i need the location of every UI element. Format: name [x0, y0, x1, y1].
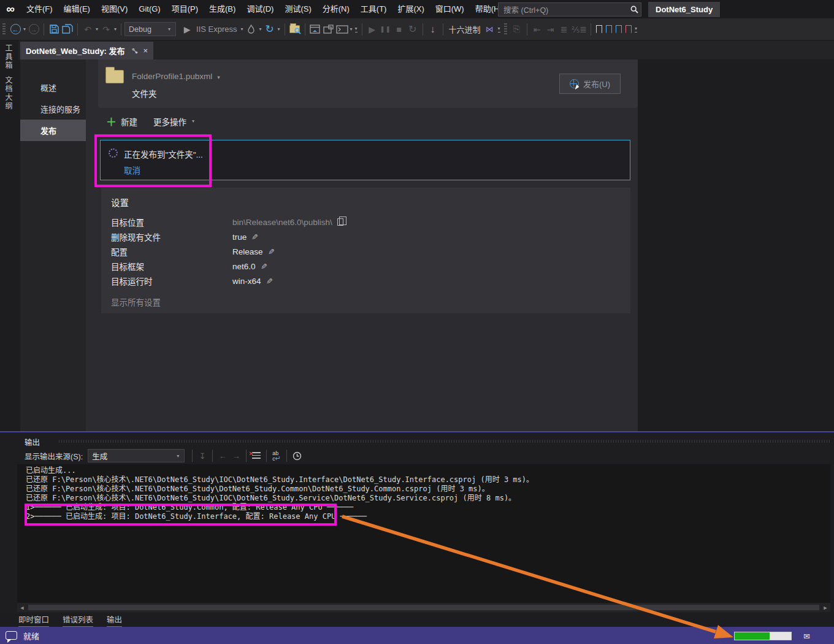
- hot-reload-dropdown-icon[interactable]: ▾: [259, 26, 262, 32]
- hot-reload-icon[interactable]: [245, 22, 258, 37]
- undo-dropdown-icon[interactable]: ▾: [96, 26, 98, 32]
- run-target-dropdown-icon[interactable]: ▾: [241, 26, 243, 32]
- back-dropdown-icon[interactable]: ▾: [23, 26, 26, 32]
- menu-extensions[interactable]: 扩展(X): [392, 0, 429, 18]
- nav-publish[interactable]: 发布: [20, 120, 86, 141]
- menu-tools[interactable]: 工具(T): [355, 0, 392, 18]
- pause-icon[interactable]: ❚❚: [380, 22, 392, 37]
- navigate-forward-icon[interactable]: →: [28, 22, 40, 37]
- solution-config-dropdown[interactable]: Debug▾: [124, 22, 176, 36]
- menu-test[interactable]: 测试(S): [279, 0, 316, 18]
- new-profile-button[interactable]: ＋ 新建: [106, 113, 137, 129]
- menu-build[interactable]: 生成(B): [204, 0, 241, 18]
- paste-icon[interactable]: ⎘: [511, 22, 523, 37]
- feedback-bubble-icon[interactable]: [6, 631, 17, 640]
- menu-analyze[interactable]: 分析(N): [317, 0, 355, 18]
- run-target-label[interactable]: IIS Express: [196, 25, 237, 34]
- bottom-tool-tabs: 即时窗口 错误列表 输出: [18, 613, 122, 627]
- continue-icon[interactable]: ▶: [366, 22, 378, 37]
- clear-output-icon[interactable]: [250, 449, 263, 462]
- comment-icon[interactable]: ≣: [558, 22, 570, 37]
- hex-display-toggle[interactable]: 十六进制: [449, 23, 481, 35]
- uncomment-icon[interactable]: ⅖≣: [572, 22, 587, 37]
- search-input[interactable]: 搜索 (Ctrl+Q): [498, 2, 641, 17]
- stop-icon[interactable]: ■: [393, 22, 405, 37]
- menu-debug[interactable]: 调试(D): [241, 0, 279, 18]
- publish-button[interactable]: 发布(U): [559, 74, 621, 94]
- refresh-icon[interactable]: ↻: [264, 22, 276, 37]
- setting-row-target-location: 目标位置 bin\Release\net6.0\publish\: [111, 216, 620, 228]
- document-outline-vertical-tab[interactable]: 文档大纲: [3, 76, 13, 110]
- toggle-bookmark-icon[interactable]: [596, 25, 602, 33]
- navigate-back-icon[interactable]: ←: [9, 22, 21, 37]
- search-icon[interactable]: [627, 3, 641, 16]
- output-log[interactable]: 已启动生成... 已还原 F:\Person\核心技术\.NET6\DotNet…: [17, 464, 830, 603]
- edit-icon[interactable]: ✎: [268, 247, 275, 256]
- goto-message-icon[interactable]: ↧: [196, 449, 209, 462]
- title-bar: ∞ 文件(F) 编辑(E) 视图(V) Git(G) 项目(P) 生成(B) 调…: [0, 0, 834, 18]
- publish-page: 概述 连接的服务 发布 FolderProfile1.pubxml▾ 文件夹 发…: [18, 59, 834, 432]
- redo-dropdown-icon[interactable]: ▾: [114, 26, 117, 32]
- menu-window[interactable]: 窗口(W): [430, 0, 470, 18]
- menu-git[interactable]: Git(G): [133, 0, 166, 18]
- save-all-icon[interactable]: [61, 22, 74, 37]
- terminal-dropdown-icon[interactable]: ▾: [350, 26, 353, 32]
- redo-icon[interactable]: ↷: [100, 22, 112, 37]
- next-bookmark-icon[interactable]: [616, 25, 622, 33]
- nav-overview[interactable]: 概述: [20, 77, 86, 98]
- menu-project[interactable]: 项目(P): [166, 0, 204, 18]
- menu-edit[interactable]: 编辑(E): [58, 0, 96, 18]
- undo-icon[interactable]: ↶: [82, 22, 94, 37]
- nav-connected-services[interactable]: 连接的服务: [20, 98, 86, 120]
- panel-drag-handle[interactable]: [59, 440, 830, 443]
- output-source-dropdown[interactable]: 生成▾: [88, 449, 185, 462]
- pin-icon[interactable]: ⊶: [129, 45, 140, 56]
- cancel-link[interactable]: 取消: [124, 164, 140, 176]
- scroll-right-icon[interactable]: ►: [821, 605, 830, 611]
- step-into-icon[interactable]: ↓: [427, 22, 439, 37]
- tab-output[interactable]: 输出: [107, 613, 122, 627]
- tab-immediate-window[interactable]: 即时窗口: [18, 613, 49, 627]
- edit-icon[interactable]: ✎: [261, 262, 267, 271]
- find-in-solution-explorer-icon[interactable]: [289, 22, 301, 37]
- edit-icon[interactable]: ✎: [266, 277, 273, 286]
- start-debug-icon[interactable]: ▶: [181, 22, 193, 37]
- tab-error-list[interactable]: 错误列表: [63, 613, 93, 627]
- folder-icon: [105, 70, 124, 83]
- word-wrap-icon[interactable]: abc↵: [270, 449, 283, 462]
- next-message-icon[interactable]: →: [229, 449, 243, 462]
- toolbar-grip[interactable]: [2, 23, 6, 36]
- scroll-left-icon[interactable]: ◄: [17, 605, 27, 611]
- output-horizontal-scrollbar[interactable]: ◄ ►: [17, 603, 830, 612]
- copy-icon[interactable]: [337, 218, 343, 226]
- menu-view[interactable]: 视图(V): [96, 0, 133, 18]
- increase-indent-icon[interactable]: ⇥: [545, 22, 557, 37]
- debug-overflow-icon[interactable]: ▾: [498, 26, 500, 33]
- prev-message-icon[interactable]: ←: [216, 449, 229, 462]
- send-feedback-icon[interactable]: ✉: [803, 632, 810, 641]
- terminal-icon[interactable]: [336, 22, 348, 37]
- edit-icon[interactable]: ✎: [251, 232, 258, 242]
- left-tool-strip: 工具箱 文档大纲: [0, 40, 18, 432]
- close-icon[interactable]: ×: [143, 46, 148, 55]
- new-window-icon[interactable]: [323, 22, 335, 37]
- parallel-stacks-icon[interactable]: ⋈: [484, 22, 496, 37]
- toolbox-vertical-tab[interactable]: 工具箱: [3, 44, 13, 70]
- decrease-indent-icon[interactable]: ⇤: [531, 22, 543, 37]
- clear-bookmarks-icon[interactable]: [626, 25, 632, 33]
- scrollbar-thumb[interactable]: [28, 605, 819, 610]
- profile-dropdown[interactable]: FolderProfile1.pubxml▾: [132, 72, 221, 81]
- toolbar-overflow-icon[interactable]: ▾: [355, 26, 358, 33]
- bookmark-overflow-icon[interactable]: ▾: [635, 26, 637, 33]
- prev-bookmark-icon[interactable]: [606, 25, 612, 33]
- show-all-settings-link[interactable]: 显示所有设置: [111, 296, 161, 308]
- home-window-icon[interactable]: [309, 22, 321, 37]
- menu-file[interactable]: 文件(F): [21, 0, 58, 18]
- document-tab-publish[interactable]: DotNet6_Web_Study: 发布 ⊶ ×: [20, 42, 153, 59]
- restart-icon[interactable]: ↻: [407, 22, 419, 37]
- timestamp-icon[interactable]: [290, 449, 304, 462]
- menu-bar: 文件(F) 编辑(E) 视图(V) Git(G) 项目(P) 生成(B) 调试(…: [21, 0, 508, 18]
- more-actions-button[interactable]: 更多操作 ▾: [153, 115, 196, 128]
- save-icon[interactable]: [48, 22, 60, 37]
- refresh-dropdown-icon[interactable]: ▾: [278, 26, 280, 32]
